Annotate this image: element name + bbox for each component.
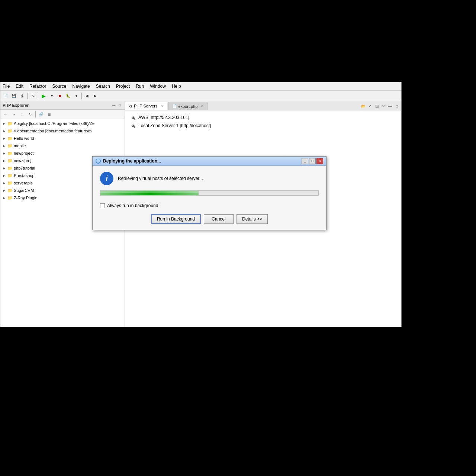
tree-arrow: ▶	[2, 173, 6, 178]
dialog-message-row: i Retrieving virtual hosts of selected s…	[100, 172, 319, 185]
menu-edit[interactable]: Edit	[16, 84, 23, 89]
tree-arrow: ▶	[2, 151, 6, 155]
folder-icon: 📁	[7, 180, 13, 186]
layout-btn[interactable]: ▤	[374, 103, 380, 109]
server-item-localhost[interactable]: 🔌 Local Zend Server 1 [http://localhost]	[129, 122, 397, 130]
dialog-close-btn[interactable]: ✕	[316, 158, 323, 164]
always-run-bg-label: Always run in background	[107, 203, 158, 208]
separator-1	[27, 93, 28, 99]
menu-file[interactable]: File	[3, 84, 10, 89]
dialog-win-controls: _ □ ✕	[302, 158, 323, 164]
run-dropdown-btn[interactable]: ▾	[48, 92, 55, 100]
menu-navigate[interactable]: Navigate	[72, 84, 90, 89]
tab-php-servers-icon: ⚙	[129, 104, 132, 108]
tabs-bar: ⚙ PHP Servers ✕ 📄 export.php ✕ 📂 ✔ ▤ ✕ —…	[125, 101, 401, 110]
sidebar-toolbar: ← → ↑ ↻ 🔗 ⊟	[0, 110, 125, 119]
tree-item-helloworld[interactable]: ▶ 📁 Hello world	[0, 135, 125, 142]
tree-arrow: ▶	[2, 144, 6, 148]
tab-php-servers-close[interactable]: ✕	[160, 104, 163, 108]
server-item-aws[interactable]: 🔌 AWS [http://52.3.203.161]	[129, 113, 397, 122]
dialog-title: Deploying the application...	[96, 158, 161, 164]
tree-label: > documentation [documentation feature/m	[14, 129, 91, 133]
progress-shine	[100, 191, 199, 193]
run-in-background-btn[interactable]: Run in Background	[151, 214, 201, 224]
dialog-restore-btn[interactable]: □	[309, 158, 316, 164]
tab-export-php[interactable]: 📄 export.php ✕	[168, 102, 208, 110]
stop-btn[interactable]: ■	[56, 92, 64, 100]
tab-actions: 📂 ✔ ▤ ✕ — □	[359, 102, 401, 110]
server-local-icon: 🔌	[130, 123, 136, 129]
tree-label: mobile	[14, 144, 26, 148]
menu-help[interactable]: Help	[172, 84, 181, 89]
tree-item-apigility[interactable]: ▶ 📁 Apigility [localhost:C:/Program File…	[0, 120, 125, 127]
dialog-checkbox-row: Always run in background	[100, 203, 319, 208]
tree-item-newproject[interactable]: ▶ 📁 newproject	[0, 149, 125, 157]
details-btn[interactable]: Details >>	[237, 214, 268, 224]
link-btn[interactable]: 🔗	[37, 110, 45, 118]
loading-spinner-icon	[96, 158, 101, 164]
sidebar-header: PHP Explorer — □	[0, 101, 125, 110]
cancel-btn[interactable]: Cancel	[204, 214, 234, 224]
menu-run[interactable]: Run	[136, 84, 144, 89]
minimize-content-btn[interactable]: —	[387, 103, 393, 109]
folder-icon: 📁	[7, 165, 13, 171]
tree-arrow: ▶	[2, 158, 6, 163]
tree-arrow: ▶	[2, 196, 6, 200]
collapse-btn[interactable]: ⊟	[45, 110, 53, 118]
back-nav-btn[interactable]: ←	[2, 110, 9, 118]
debug-btn[interactable]: 🐛	[64, 92, 72, 100]
tree-label: newproject	[14, 151, 33, 155]
tab-export-close[interactable]: ✕	[200, 104, 203, 108]
menu-search[interactable]: Search	[96, 84, 110, 89]
info-icon: i	[100, 172, 113, 185]
tree-item-documentation[interactable]: ▶ 📁 > documentation [documentation featu…	[0, 127, 125, 135]
dialog-title-bar: Deploying the application... _ □ ✕	[93, 157, 326, 166]
open-type-btn[interactable]: 📂	[360, 103, 366, 109]
tree-item-mobile[interactable]: ▶ 📁 mobile	[0, 142, 125, 149]
menu-refactor[interactable]: Refactor	[29, 84, 46, 89]
sep	[35, 111, 36, 118]
back-btn[interactable]: ◀	[83, 92, 91, 100]
maximize-content-btn[interactable]: □	[394, 103, 400, 109]
minimize-sidebar-btn[interactable]: —	[111, 103, 116, 108]
tree-arrow: ▶	[2, 166, 6, 170]
debug-dropdown-btn[interactable]: ▾	[73, 92, 80, 100]
tree-arrow: ▶	[2, 121, 6, 126]
folder-icon: 📁	[7, 187, 13, 193]
tree-label: Z-Ray Plugin	[14, 196, 38, 200]
deploy-dialog[interactable]: Deploying the application... _ □ ✕ i Ret…	[92, 156, 327, 230]
run-btn[interactable]: ▶	[40, 92, 47, 100]
tab-php-servers-label: PHP Servers	[134, 104, 157, 108]
separator-2	[38, 93, 38, 99]
folder-icon: 📁	[7, 173, 13, 178]
print-btn[interactable]: 🖨	[18, 92, 26, 100]
menu-source[interactable]: Source	[52, 84, 66, 89]
folder-icon: 📁	[7, 120, 13, 126]
dialog-minimize-btn[interactable]: _	[302, 158, 308, 164]
up-nav-btn[interactable]: ↑	[18, 110, 26, 118]
tree-label: Prestashop	[14, 173, 35, 178]
folder-icon: 📁	[7, 195, 13, 201]
cursor-btn[interactable]: ↖	[29, 92, 36, 100]
save-btn[interactable]: 💾	[10, 92, 17, 100]
menu-project[interactable]: Project	[116, 84, 130, 89]
tree-label: SugarCRM	[14, 188, 34, 193]
new-file-btn[interactable]: 📄	[2, 92, 9, 100]
toolbar: 📄 💾 🖨 ↖ ▶ ▾ ■ 🐛 ▾ ◀ ▶	[0, 91, 401, 101]
tab-export-label: export.php	[178, 104, 197, 109]
sync-btn[interactable]: ✔	[367, 103, 373, 109]
tree-label: serverapis	[14, 181, 33, 185]
refresh-btn[interactable]: ↻	[26, 110, 34, 118]
tree-label: Apigility [localhost:C:/Program Files (x…	[14, 121, 94, 126]
menu-window[interactable]: Window	[150, 84, 166, 89]
forward-btn[interactable]: ▶	[91, 92, 99, 100]
close-all-btn[interactable]: ✕	[380, 103, 386, 109]
menu-bar: File Edit Refactor Source Navigate Searc…	[0, 82, 401, 91]
always-run-bg-checkbox[interactable]	[100, 203, 105, 208]
folder-icon: 📁	[7, 143, 13, 149]
forward-nav-btn[interactable]: →	[10, 110, 17, 118]
tab-php-servers[interactable]: ⚙ PHP Servers ✕	[125, 102, 167, 110]
server-aws-label: AWS [http://52.3.203.161]	[138, 115, 189, 120]
maximize-sidebar-btn[interactable]: □	[117, 103, 122, 108]
sidebar-title: PHP Explorer	[3, 103, 29, 107]
